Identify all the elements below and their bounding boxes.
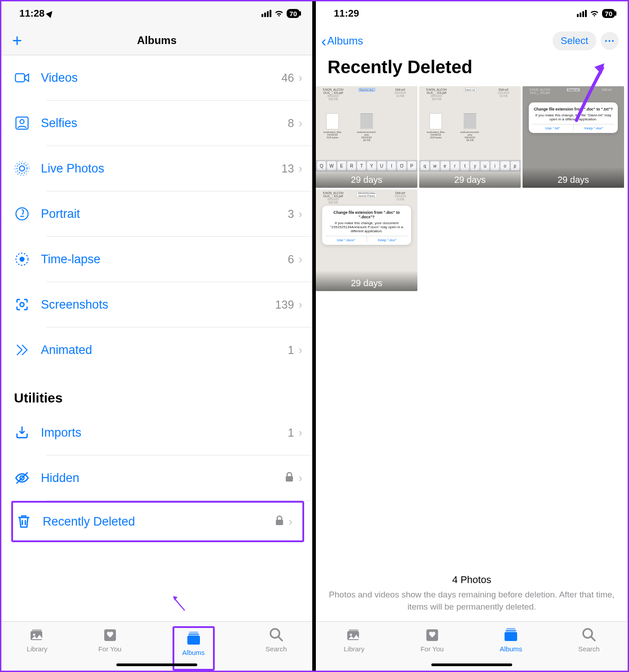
- tab-bar: Library For You Albums Search: [316, 621, 628, 671]
- photo-thumbnail[interactable]: 5.NON_ALCOHOLIC_...ES.pdf09/10/22320 KBD…: [316, 86, 417, 188]
- row-hidden[interactable]: Hidden ›: [1, 455, 312, 500]
- utilities-heading: Utilities: [1, 372, 312, 410]
- back-button[interactable]: ‹ Albums: [321, 32, 363, 50]
- row-screenshots[interactable]: Screenshots 139 ›: [1, 282, 312, 327]
- row-count: 13: [282, 162, 294, 175]
- lock-icon: [285, 472, 294, 484]
- tab-search[interactable]: Search: [578, 626, 600, 671]
- svg-point-8: [20, 257, 24, 261]
- row-count: 6: [288, 253, 294, 266]
- row-recently-deleted[interactable]: Recently Deleted ›: [13, 503, 302, 540]
- albums-header: + Albums: [1, 26, 312, 55]
- tab-search[interactable]: Search: [266, 626, 287, 671]
- foryou-icon: [102, 626, 118, 643]
- home-indicator[interactable]: [116, 663, 197, 666]
- svg-point-3: [19, 166, 24, 171]
- albums-icon: [503, 626, 519, 643]
- svg-rect-29: [506, 628, 515, 629]
- tab-label: Library: [344, 645, 364, 653]
- page-title: Albums: [137, 34, 177, 47]
- tab-label: For You: [421, 645, 444, 653]
- svg-rect-20: [189, 632, 198, 633]
- svg-rect-19: [188, 633, 199, 635]
- tab-library[interactable]: Library: [344, 626, 364, 671]
- svg-point-16: [33, 634, 35, 636]
- footer-text: 4 Photos Photos and videos show the days…: [316, 574, 628, 621]
- highlight-recently-deleted: Recently Deleted ›: [11, 501, 304, 542]
- tab-label: For You: [98, 645, 122, 653]
- row-count: 1: [288, 426, 294, 439]
- portrait-icon: [14, 206, 41, 222]
- dialog-title: Change file extension from ".doc" to ".t…: [532, 107, 614, 111]
- timelapse-icon: [14, 251, 41, 267]
- lock-icon: [275, 515, 284, 528]
- svg-line-31: [591, 637, 595, 641]
- foryou-icon: [424, 626, 440, 643]
- days-remaining: 29 days: [419, 167, 521, 188]
- row-count: 139: [275, 298, 294, 311]
- cellular-icon: [577, 10, 587, 17]
- days-remaining: 29 days: [523, 167, 624, 188]
- row-label: Imports: [41, 426, 288, 440]
- chevron-right-icon: ›: [298, 207, 302, 221]
- cellular-icon: [261, 10, 271, 17]
- photo-thumbnail[interactable]: 5.NON_ALCOHOLIC_...ES.pdf09/10/22320 KB1…: [316, 190, 417, 291]
- status-time: 11:29: [334, 8, 359, 19]
- footer-sub: Photos and videos show the days remainin…: [327, 588, 617, 613]
- svg-line-22: [279, 637, 282, 641]
- row-label: Videos: [41, 71, 282, 85]
- row-selfies[interactable]: Selfies 8 ›: [1, 101, 312, 146]
- tab-label: Search: [266, 645, 287, 653]
- row-count: 8: [288, 117, 294, 130]
- photo-thumbnail[interactable]: 5.NON_ALCOHOLIC_...ES.pdfDavin.txtDidi.v…: [523, 86, 624, 188]
- svg-rect-12: [286, 476, 293, 482]
- dialog-btn: Use ".txt": [532, 124, 574, 130]
- battery-icon: 70: [602, 9, 615, 18]
- more-button[interactable]: ···: [601, 32, 619, 50]
- search-icon: [268, 626, 284, 643]
- dialog-title: Change file extension from ".doc" to ".d…: [326, 210, 408, 219]
- dialog-btn: Keep ".doc": [574, 124, 615, 130]
- svg-rect-24: [349, 629, 359, 631]
- days-remaining: 29 days: [316, 270, 417, 291]
- row-timelapse[interactable]: Time-lapse 6 ›: [1, 237, 312, 282]
- animated-icon: [14, 342, 41, 358]
- library-icon: [29, 626, 45, 643]
- home-indicator[interactable]: [431, 663, 512, 666]
- chevron-right-icon: ›: [298, 252, 302, 266]
- tab-albums[interactable]: Albums: [182, 630, 205, 656]
- row-videos[interactable]: Videos 46 ›: [1, 55, 312, 100]
- status-bar: 11:28 70: [1, 1, 312, 26]
- search-icon: [581, 626, 597, 643]
- svg-point-2: [20, 119, 24, 124]
- tab-library[interactable]: Library: [27, 626, 48, 671]
- chevron-right-icon: ›: [298, 426, 302, 440]
- livephoto-icon: [14, 160, 41, 177]
- photo-thumbnail[interactable]: 5.NON_ALCOHOLIC_...ES.pdf09/10/22320 KBD…: [419, 86, 521, 188]
- video-icon: [14, 70, 41, 86]
- tab-label: Search: [578, 645, 600, 653]
- hidden-icon: [14, 470, 41, 486]
- row-livephotos[interactable]: Live Photos 13 ›: [1, 146, 312, 191]
- photo-grid: 5.NON_ALCOHOLIC_...ES.pdf09/10/22320 KBD…: [316, 85, 628, 291]
- chevron-right-icon: ›: [298, 116, 302, 130]
- chevron-left-icon: ‹: [321, 32, 326, 50]
- location-icon: [46, 9, 55, 18]
- row-label: Selfies: [41, 116, 288, 130]
- row-label: Animated: [41, 343, 288, 357]
- row-portrait[interactable]: Portrait 3 ›: [1, 191, 312, 236]
- row-label: Recently Deleted: [43, 515, 275, 529]
- row-label: Time-lapse: [41, 252, 288, 266]
- row-imports[interactable]: Imports 1 ›: [1, 410, 312, 455]
- svg-rect-0: [15, 74, 24, 82]
- svg-rect-28: [505, 630, 516, 632]
- svg-point-9: [20, 303, 24, 307]
- select-button[interactable]: Select: [553, 31, 596, 50]
- row-animated[interactable]: Animated 1 ›: [1, 327, 312, 372]
- library-icon: [346, 626, 362, 643]
- row-count: 1: [288, 344, 294, 357]
- tab-bar: Library For You Albums Search: [1, 621, 312, 671]
- chevron-right-icon: ›: [298, 71, 302, 85]
- svg-point-25: [350, 634, 352, 636]
- tab-label: Library: [27, 645, 48, 653]
